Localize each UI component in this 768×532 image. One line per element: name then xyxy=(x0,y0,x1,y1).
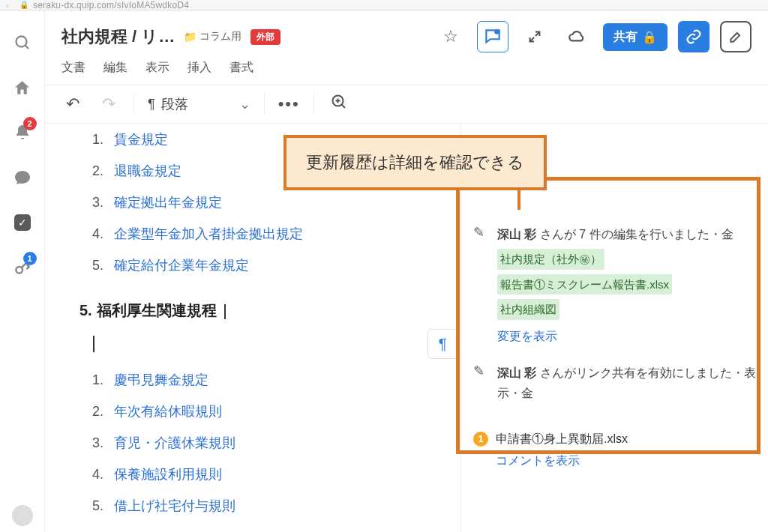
menu-format[interactable]: 書式 xyxy=(230,60,254,76)
search-icon[interactable] xyxy=(11,31,34,54)
history-tag[interactable]: 社内組織図 xyxy=(497,299,560,320)
undo-icon[interactable]: ↶ xyxy=(62,94,84,114)
list-item[interactable]: 3.確定拠出年金規定 xyxy=(87,187,444,218)
doc-link[interactable]: 退職金規定 xyxy=(114,162,182,180)
edit-icon: ✎ xyxy=(473,224,490,346)
doc-link[interactable]: 保養施設利用規則 xyxy=(114,465,222,483)
separator xyxy=(134,94,134,115)
edit-icon: ✎ xyxy=(473,363,490,403)
zoom-in-icon[interactable] xyxy=(328,93,350,115)
folder-chip[interactable]: 📁 コラム用 xyxy=(184,30,242,43)
bell-icon[interactable]: 2 xyxy=(11,121,34,144)
paragraph-label: 段落 xyxy=(161,95,188,113)
comment-item[interactable]: 1 申請書①身上異動届.xlsx xyxy=(472,424,766,447)
breadcrumb[interactable]: 社内規程 / リ… xyxy=(62,25,175,48)
star-icon[interactable]: ☆ xyxy=(435,21,466,52)
history-text: さんが 7 件の編集を行いました・金 xyxy=(536,228,733,241)
doc-link[interactable]: 賃金規定 xyxy=(114,130,168,148)
left-nav-rail: 2 ✓ 1 xyxy=(0,10,45,532)
separator xyxy=(264,94,265,115)
section-title: 福利厚生関連規程 xyxy=(97,302,217,318)
doc-link[interactable]: 借上げ社宅付与規則 xyxy=(114,497,236,515)
list-item[interactable]: 3.育児・介護休業規則 xyxy=(87,427,444,459)
header: 社内規程 / リ… 📁 コラム用 外部 ☆ xyxy=(45,10,768,85)
history-user: 深山 彩 xyxy=(497,228,536,241)
annotation-text: 更新履歴は詳細を確認できる xyxy=(306,153,524,172)
folder-icon: 📁 xyxy=(184,31,196,43)
lock-icon: 🔒 xyxy=(20,1,28,9)
text-cursor xyxy=(93,336,94,352)
link-button[interactable] xyxy=(678,21,710,52)
home-icon[interactable] xyxy=(11,76,34,99)
expand-icon[interactable] xyxy=(519,21,550,52)
url-text: seraku-dx.quip.com/sIvIoMA5wdkoD4 xyxy=(33,0,189,10)
share-button[interactable]: 共有 🔒 xyxy=(603,23,668,51)
doc-link[interactable]: 慶弔見舞金規定 xyxy=(114,371,208,389)
notification-badge: 2 xyxy=(23,117,37,130)
history-tag[interactable]: 社内規定（社外㊙） xyxy=(497,249,604,270)
format-toolbar: ↶ ↷ ¶ 段落 ⌄ ••• xyxy=(45,85,768,124)
key-icon[interactable]: 1 xyxy=(11,256,34,279)
menu-doc[interactable]: 文書 xyxy=(62,60,86,76)
svg-point-0 xyxy=(16,37,26,47)
paragraph-style-dropdown[interactable]: ¶ 段落 ⌄ xyxy=(148,95,250,113)
menu-edit[interactable]: 編集 xyxy=(104,60,128,76)
avatar[interactable] xyxy=(12,505,33,526)
tasks-icon[interactable]: ✓ xyxy=(11,211,34,234)
chat-icon[interactable] xyxy=(11,166,34,189)
menu-view[interactable]: 表示 xyxy=(146,60,170,76)
pilcrow-tab-icon[interactable]: ¶ xyxy=(428,329,458,359)
doc-link[interactable]: 企業型年金加入者掛金拠出規定 xyxy=(114,225,303,243)
section-heading[interactable]: 5.福利厚生関連規程 xyxy=(80,300,444,321)
section-number: 5. xyxy=(80,302,92,318)
browser-back-icon[interactable]: ‹ xyxy=(6,1,20,10)
share-label: 共有 xyxy=(614,29,638,45)
doc-link[interactable]: 育児・介護休業規則 xyxy=(114,434,236,452)
cloud-icon[interactable] xyxy=(561,21,592,52)
lock-icon: 🔒 xyxy=(642,30,657,44)
list-item[interactable]: 2.年次有給休暇規則 xyxy=(87,396,444,427)
svg-point-3 xyxy=(494,29,500,34)
history-item[interactable]: ✎ 深山 彩 さんが 7 件の編集を行いました・金 社内規定（社外㊙） 報告書①… xyxy=(472,218,766,357)
key-badge: 1 xyxy=(23,252,37,265)
menu-bar: 文書 編集 表示 挿入 書式 xyxy=(62,52,752,85)
browser-address-bar: ‹ 🔒 seraku-dx.quip.com/sIvIoMA5wdkoD4 xyxy=(0,0,768,10)
svg-line-5 xyxy=(341,105,345,109)
comment-file: 申請書①身上異動届.xlsx xyxy=(496,432,628,447)
list-item[interactable]: 5.借上げ社宅付与規則 xyxy=(87,490,444,522)
svg-line-1 xyxy=(25,46,28,49)
annotation-callout: 更新履歴は詳細を確認できる xyxy=(284,135,547,190)
list-b: 1.慶弔見舞金規定 2.年次有給休暇規則 3.育児・介護休業規則 4.保養施設利… xyxy=(87,364,444,522)
list-item[interactable]: 4.企業型年金加入者掛金拠出規定 xyxy=(87,218,444,250)
compose-icon[interactable] xyxy=(720,21,752,52)
history-user: 深山 彩 xyxy=(497,366,536,379)
svg-point-2 xyxy=(16,267,22,273)
pilcrow-icon: ¶ xyxy=(148,97,155,112)
history-tag[interactable]: 報告書①ミスクレーム報告書.xlsx xyxy=(497,274,672,295)
list-item[interactable]: 4.保養施設利用規則 xyxy=(87,459,444,490)
show-comments-link[interactable]: コメントを表示 xyxy=(496,453,766,469)
list-item[interactable]: 1.慶弔見舞金規定 xyxy=(87,364,444,396)
comment-count-badge: 1 xyxy=(473,432,488,447)
separator xyxy=(314,94,314,115)
history-item[interactable]: ✎ 深山 彩 さんがリンク共有を有効にしました・表示・金 xyxy=(472,357,766,414)
doc-link[interactable]: 確定給付企業年金規定 xyxy=(114,256,249,274)
list-item[interactable]: 5.確定給付企業年金規定 xyxy=(87,250,444,281)
menu-insert[interactable]: 挿入 xyxy=(188,60,212,76)
history-text: さんがリンク共有を有効にしました・表示・金 xyxy=(497,366,756,399)
doc-link[interactable]: 確定拠出年金規定 xyxy=(114,193,222,211)
show-changes-link[interactable]: 変更を表示 xyxy=(497,326,557,346)
comment-mode-icon[interactable] xyxy=(477,21,508,52)
external-badge: 外部 xyxy=(250,29,280,45)
redo-icon[interactable]: ↷ xyxy=(98,94,120,114)
more-icon[interactable]: ••• xyxy=(278,94,300,114)
chevron-down-icon: ⌄ xyxy=(239,96,250,112)
text-cursor xyxy=(224,304,226,319)
folder-label: コラム用 xyxy=(200,30,242,43)
doc-link[interactable]: 年次有給休暇規則 xyxy=(114,402,222,420)
